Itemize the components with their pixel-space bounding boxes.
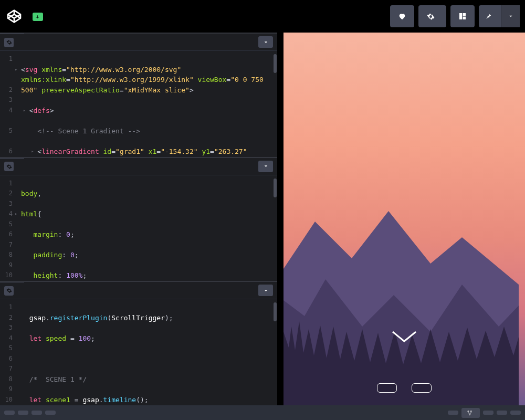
fork-button[interactable] — [461, 408, 480, 418]
pin-dropdown[interactable] — [501, 5, 520, 27]
layout-button[interactable] — [450, 5, 475, 27]
css-settings-icon[interactable] — [4, 162, 14, 171]
editors-column: 123456 ▸<svg xmlns="http://www.w3.org/20… — [0, 33, 284, 405]
css-code[interactable]: body, ▸html{ margin: 0; padding: 0; heig… — [0, 175, 277, 281]
js-pane-menu[interactable] — [258, 285, 273, 296]
like-button[interactable] — [390, 5, 414, 27]
header-actions — [390, 5, 520, 27]
my-works-button[interactable] — [377, 383, 397, 393]
shortcuts-button[interactable] — [45, 411, 56, 415]
gear-icon — [6, 164, 12, 170]
pin-button-group[interactable] — [479, 5, 520, 27]
svg-rect-5 — [463, 17, 466, 19]
js-settings-icon[interactable] — [4, 286, 14, 296]
app-header: + — [0, 0, 525, 33]
html-tab[interactable] — [0, 34, 24, 50]
chevron-down-icon — [263, 288, 269, 293]
gear-icon — [6, 39, 12, 45]
scroll-down-arrow-icon — [390, 328, 419, 346]
scrollbar-thumb[interactable] — [274, 54, 277, 73]
css-editor-pane: 12345678910 body, ▸html{ margin: 0; padd… — [0, 157, 277, 281]
css-pane-header — [0, 158, 277, 175]
js-code[interactable]: gsap.registerPlugin(ScrollTrigger); let … — [0, 299, 277, 405]
js-pane-header — [0, 282, 277, 299]
scrollbar-thumb[interactable] — [274, 178, 277, 197]
js-gutter: 12345678910 — [0, 299, 16, 405]
gear-icon — [427, 13, 435, 20]
css-gutter: 12345678910 — [0, 175, 16, 281]
layout-icon — [458, 12, 467, 20]
add-to-collection-button[interactable] — [448, 411, 458, 415]
css-pane-menu[interactable] — [258, 161, 273, 172]
chevron-down-icon — [508, 14, 513, 19]
heart-icon — [398, 12, 406, 20]
footer-bar — [0, 405, 525, 420]
html-pane-menu[interactable] — [258, 36, 273, 48]
fork-icon — [467, 410, 472, 416]
comments-button[interactable] — [32, 411, 42, 415]
js-code-area[interactable]: 12345678910 gsap.registerPlugin(ScrollTr… — [0, 299, 277, 405]
js-tab[interactable] — [0, 282, 24, 299]
pin-icon — [485, 13, 492, 20]
assets-button[interactable] — [18, 411, 28, 415]
html-code-area[interactable]: 123456 ▸<svg xmlns="http://www.w3.org/20… — [0, 51, 277, 157]
html-settings-icon[interactable] — [4, 38, 14, 47]
pin-button[interactable] — [479, 5, 498, 27]
html-gutter: 123456 — [0, 51, 16, 156]
share-button[interactable] — [510, 411, 521, 415]
codepen-logo[interactable] — [5, 7, 23, 25]
settings-button[interactable] — [418, 5, 446, 27]
css-code-area[interactable]: 12345678910 body, ▸html{ margin: 0; padd… — [0, 175, 277, 281]
go-fullscreen-button[interactable] — [412, 383, 432, 393]
html-editor-pane: 123456 ▸<svg xmlns="http://www.w3.org/20… — [0, 33, 277, 157]
css-tab[interactable] — [0, 158, 24, 175]
console-button[interactable] — [4, 411, 15, 415]
embed-button[interactable] — [483, 411, 494, 415]
svg-rect-4 — [463, 13, 466, 16]
title-block: + — [28, 12, 390, 21]
html-code[interactable]: ▸<svg xmlns="http://www.w3.org/2000/svg"… — [0, 51, 277, 157]
export-button[interactable] — [497, 411, 507, 415]
preview-buttons — [284, 383, 525, 393]
html-pane-header — [0, 34, 277, 51]
scrollbar-thumb[interactable] — [274, 302, 277, 321]
follow-button[interactable]: + — [33, 13, 43, 21]
svg-rect-3 — [459, 13, 462, 19]
workspace: 123456 ▸<svg xmlns="http://www.w3.org/20… — [0, 33, 525, 405]
preview-pane[interactable] — [284, 33, 525, 405]
chevron-down-icon — [263, 163, 269, 169]
chevron-down-icon — [263, 39, 269, 45]
js-editor-pane: 12345678910 gsap.registerPlugin(ScrollTr… — [0, 281, 277, 405]
gear-icon — [6, 288, 12, 293]
